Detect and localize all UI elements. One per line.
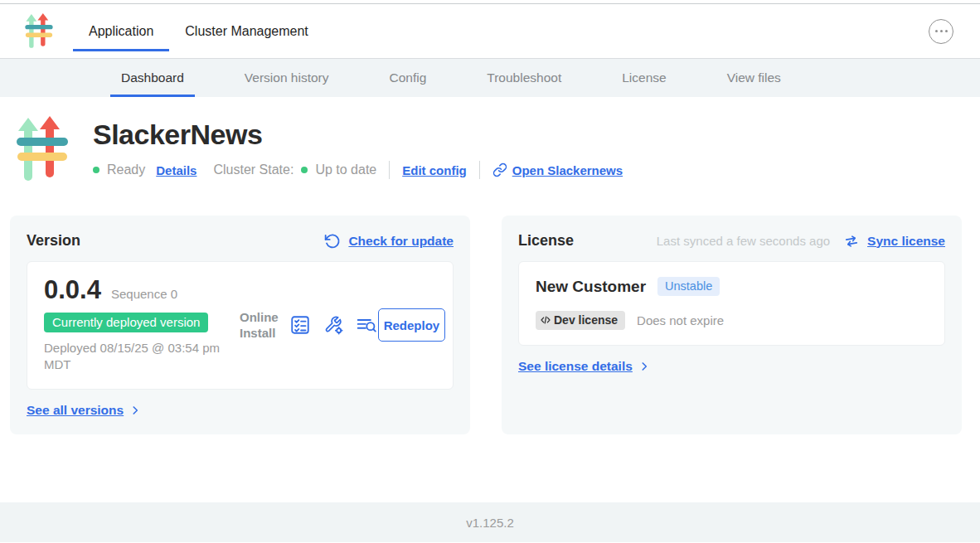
see-license-details-link[interactable]: See license details bbox=[518, 359, 633, 374]
dashboard-cards: Version Check for update bbox=[0, 216, 980, 434]
sync-license-label: Sync license bbox=[867, 234, 945, 249]
license-panel: New Customer Unstable Dev license bbox=[518, 261, 945, 346]
ready-status-dot bbox=[93, 167, 99, 173]
subnav-tab-config[interactable]: Config bbox=[379, 59, 438, 97]
cluster-state-dot bbox=[301, 167, 308, 173]
install-type-label: Online Install bbox=[240, 309, 279, 342]
preflight-checks-icon[interactable] bbox=[289, 314, 312, 337]
version-card-header: Version Check for update bbox=[27, 232, 454, 250]
subnav-tab-dashboard[interactable]: Dashboard bbox=[110, 59, 195, 97]
open-app-label: Open Slackernews bbox=[512, 163, 623, 177]
redeploy-button[interactable]: Redeploy bbox=[378, 308, 446, 342]
footer-version-label: v1.125.2 bbox=[466, 516, 514, 530]
cluster-state-value: Up to date bbox=[315, 162, 376, 177]
check-for-update-label: Check for update bbox=[348, 234, 454, 249]
version-action-icons bbox=[289, 314, 378, 337]
brand-logo-icon bbox=[25, 13, 53, 50]
sync-icon bbox=[843, 233, 860, 250]
title-block: SlackerNews Ready Details Cluster State:… bbox=[93, 116, 623, 184]
ellipsis-icon bbox=[935, 30, 938, 32]
license-card-header: License Last synced a few seconds ago Sy… bbox=[518, 232, 945, 250]
version-number: 0.0.4 bbox=[44, 277, 101, 303]
header-tab-application[interactable]: Application bbox=[73, 4, 169, 58]
channel-badge: Unstable bbox=[657, 277, 720, 296]
subnav-tab-troubleshoot[interactable]: Troubleshoot bbox=[476, 59, 572, 97]
version-info: 0.0.4 Sequence 0 Currently deployed vers… bbox=[44, 277, 240, 374]
chevron-right-icon bbox=[638, 361, 650, 372]
refresh-icon bbox=[324, 233, 341, 250]
version-card-title: Version bbox=[27, 232, 80, 250]
license-type-label: Dev license bbox=[554, 313, 618, 327]
subnav-tab-version-history[interactable]: Version history bbox=[234, 59, 340, 97]
status-divider bbox=[479, 161, 480, 179]
sync-license-link[interactable]: Sync license bbox=[843, 233, 945, 250]
edit-config-link[interactable]: Edit config bbox=[402, 163, 467, 177]
subnav-tab-view-files[interactable]: View files bbox=[716, 59, 792, 97]
license-type-badge: Dev license bbox=[536, 311, 625, 330]
license-expiry: Does not expire bbox=[637, 313, 724, 327]
page-title: SlackerNews bbox=[93, 119, 623, 150]
config-wrench-icon[interactable] bbox=[323, 314, 345, 337]
footer: v1.125.2 bbox=[0, 502, 980, 542]
license-card: License Last synced a few seconds ago Sy… bbox=[502, 216, 962, 434]
more-menu-button[interactable] bbox=[929, 19, 953, 44]
details-link[interactable]: Details bbox=[156, 163, 196, 177]
main-content: SlackerNews Ready Details Cluster State:… bbox=[0, 97, 980, 502]
subnav-tab-license[interactable]: License bbox=[611, 59, 677, 97]
customer-name: New Customer bbox=[536, 278, 646, 296]
app-title-row: SlackerNews Ready Details Cluster State:… bbox=[0, 116, 980, 184]
status-divider bbox=[389, 161, 390, 179]
check-for-update-link[interactable]: Check for update bbox=[324, 233, 454, 250]
last-synced-label: Last synced a few seconds ago bbox=[657, 234, 830, 248]
deployed-status-badge: Currently deployed version bbox=[44, 313, 208, 332]
header-tab-cluster-management[interactable]: Cluster Management bbox=[169, 4, 324, 58]
header-tabs: Application Cluster Management bbox=[73, 4, 324, 58]
open-app-link[interactable]: Open Slackernews bbox=[492, 162, 623, 177]
ready-status-label: Ready bbox=[107, 162, 145, 177]
code-brackets-icon bbox=[540, 314, 551, 326]
see-all-versions-link[interactable]: See all versions bbox=[27, 403, 124, 418]
license-card-title: License bbox=[518, 232, 574, 250]
version-card: Version Check for update bbox=[10, 216, 470, 434]
deployed-timestamp: Deployed 08/15/25 @ 03:54 pm MDT bbox=[44, 340, 233, 374]
app-logo-icon bbox=[17, 116, 68, 184]
chain-link-icon bbox=[492, 162, 507, 177]
current-version-panel: 0.0.4 Sequence 0 Currently deployed vers… bbox=[27, 261, 454, 390]
chevron-right-icon bbox=[129, 405, 141, 416]
sequence-label: Sequence 0 bbox=[111, 287, 177, 301]
cluster-state-label: Cluster State: bbox=[213, 162, 294, 177]
header-bar: Application Cluster Management bbox=[0, 4, 980, 58]
subnav: Dashboard Version history Config Trouble… bbox=[0, 58, 980, 97]
app-status-row: Ready Details Cluster State: Up to date … bbox=[93, 161, 623, 179]
deploy-logs-icon[interactable] bbox=[356, 314, 378, 337]
